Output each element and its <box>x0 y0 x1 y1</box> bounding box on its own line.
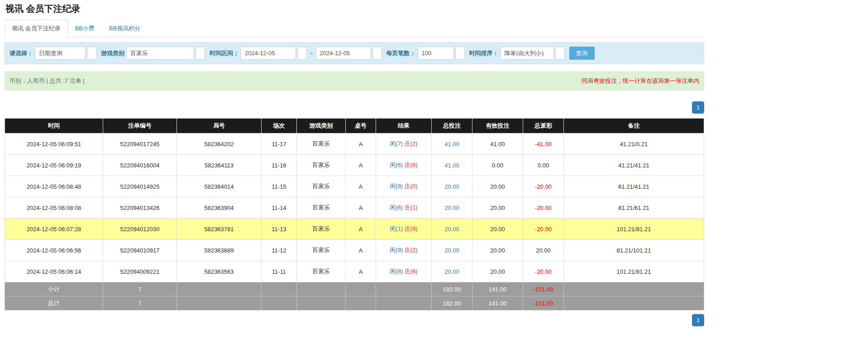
game-type-input[interactable] <box>126 47 194 60</box>
column-header: 场次 <box>262 119 297 133</box>
page-size-input[interactable] <box>418 47 454 60</box>
cell-bet-id: 522094016004 <box>103 155 177 176</box>
tab-betting-records[interactable]: 视讯 会员下注纪录 <box>5 19 68 38</box>
date-from-input[interactable] <box>241 47 296 60</box>
cell-session: 11-11 <box>262 261 297 282</box>
date-range-separator: ~ <box>310 50 313 57</box>
column-header: 局号 <box>177 119 262 133</box>
summary-label: 小计 <box>5 282 103 296</box>
pagination-bottom: 1 <box>5 314 704 326</box>
cell-bet-id: 522094012030 <box>103 219 177 240</box>
table-row: 2024-12-05 06:07:28522094012030582363781… <box>5 219 704 240</box>
cell-total-bet-link[interactable]: 20.00 <box>432 176 472 197</box>
cell-round-id: 582364202 <box>177 133 262 155</box>
column-header: 备注 <box>564 119 704 133</box>
cell-valid-bet: 20.00 <box>472 261 523 282</box>
summary-row: 小计7182.00141.00-101.00 <box>5 282 704 296</box>
result-banker: 庄(0) <box>405 183 418 190</box>
summary-row: 总计7182.00141.00-101.00 <box>5 296 704 310</box>
cell-table-no: A <box>346 261 376 282</box>
cell-total-bet-link[interactable]: 41.00 <box>432 155 472 176</box>
cell-session: 11-14 <box>262 197 297 219</box>
time-sort-label: 时间排序： <box>469 49 499 57</box>
cell-session: 11-13 <box>262 219 297 240</box>
cell-table-no: A <box>346 197 376 219</box>
summary-bar: 币别：人民币 | 总共 :7 注单 | 同局有效投注，统一计算在该局第一张注单内 <box>5 71 704 90</box>
cell-payout: 20.00 <box>523 240 564 261</box>
cell-valid-bet: 0.00 <box>472 155 523 176</box>
summary-label: 总计 <box>5 296 103 310</box>
column-header: 总派彩 <box>523 119 564 133</box>
cell-total-bet-link[interactable]: 20.00 <box>432 219 472 240</box>
tab-bb-tip[interactable]: BB小费 <box>68 19 102 38</box>
cell-time: 2024-12-05 06:07:28 <box>5 219 103 240</box>
result-player: 闲(7) <box>390 140 403 147</box>
result-player: 闲(8) <box>390 268 403 275</box>
tab-bar: 视讯 会员下注纪录 BB小费 BB视讯积分 <box>5 19 704 38</box>
time-sort-dropdown[interactable] <box>555 47 565 60</box>
summary-valid-bet: 141.00 <box>472 296 523 310</box>
query-type-dropdown[interactable] <box>87 47 96 60</box>
cell-game-type: 百家乐 <box>297 133 346 155</box>
cell-total-bet-link[interactable]: 20.00 <box>432 261 472 282</box>
time-sort-input[interactable] <box>501 47 554 60</box>
cell-session: 11-16 <box>262 155 297 176</box>
summary-count: 7 <box>103 296 177 310</box>
page-button-1-top[interactable]: 1 <box>692 101 704 114</box>
query-type-input[interactable] <box>35 47 86 60</box>
cell-total-bet-link[interactable]: 20.00 <box>432 197 472 219</box>
cell-payout: 0.00 <box>523 155 564 176</box>
cell-table-no: A <box>346 240 376 261</box>
cell-table-no: A <box>346 155 376 176</box>
cell-round-id: 582364014 <box>177 176 262 197</box>
page-size-dropdown[interactable] <box>455 47 465 60</box>
cell-round-id: 582363904 <box>177 197 262 219</box>
tab-bb-video-points[interactable]: BB视讯积分 <box>102 19 148 38</box>
date-from-picker[interactable] <box>297 47 307 60</box>
column-header: 桌号 <box>346 119 376 133</box>
betting-records-table: 时间注单编号局号场次游戏类别桌号结果总投注有效投注总派彩备注 2024-12-0… <box>5 118 704 310</box>
cell-payout: -20.00 <box>523 219 564 240</box>
result-banker: 庄(6) <box>405 268 418 275</box>
cell-total-bet-link[interactable]: 41.00 <box>432 133 472 155</box>
column-header: 时间 <box>5 119 103 133</box>
result-banker: 庄(2) <box>405 140 418 147</box>
search-button[interactable]: 查询 <box>569 47 595 60</box>
table-row: 2024-12-05 06:06:14522094009221582363563… <box>5 261 704 282</box>
cell-note: 41.21/41.21 <box>564 155 704 176</box>
cell-session: 11-17 <box>262 133 297 155</box>
cell-valid-bet: 41.00 <box>472 133 523 155</box>
cell-bet-id: 522094009221 <box>103 261 177 282</box>
summary-empty-cell <box>376 282 432 296</box>
pagination-top: 1 <box>5 101 704 114</box>
cell-round-id: 582364113 <box>177 155 262 176</box>
cell-result: 闲(9) 庄(0) <box>376 176 432 197</box>
cell-note: 81.21/61.21 <box>564 197 704 219</box>
cell-total-bet-link[interactable]: 20.00 <box>432 240 472 261</box>
table-row: 2024-12-05 06:08:48522094014925582364014… <box>5 176 704 197</box>
table-row: 2024-12-05 06:09:51522094017245582364202… <box>5 133 704 155</box>
date-to-input[interactable] <box>316 47 371 60</box>
cell-note: 101.21/81.21 <box>564 219 704 240</box>
cell-bet-id: 522094017245 <box>103 133 177 155</box>
page-button-1-bottom[interactable]: 1 <box>692 314 704 326</box>
summary-valid-bet: 141.00 <box>472 282 523 296</box>
summary-empty-cell <box>346 282 376 296</box>
cell-result: 闲(6) 庄(1) <box>376 197 432 219</box>
summary-empty-cell <box>177 296 262 310</box>
same-round-warning: 同局有效投注，统一计算在该局第一张注单内 <box>582 77 699 85</box>
column-header: 有效投注 <box>472 119 523 133</box>
summary-total-bet: 182.00 <box>432 282 472 296</box>
summary-empty-cell <box>297 296 346 310</box>
cell-payout: -20.00 <box>523 197 564 219</box>
column-header: 结果 <box>376 119 432 133</box>
column-header: 注单编号 <box>103 119 177 133</box>
result-banker: 庄(2) <box>405 247 418 253</box>
game-type-dropdown[interactable] <box>196 47 205 60</box>
date-to-picker[interactable] <box>372 47 382 60</box>
cell-round-id: 582363563 <box>177 261 262 282</box>
currency-total-info: 币别：人民币 | 总共 :7 注单 | <box>10 77 85 85</box>
query-type-label: 请选择： <box>10 49 33 57</box>
cell-session: 11-12 <box>262 240 297 261</box>
cell-round-id: 582363781 <box>177 219 262 240</box>
